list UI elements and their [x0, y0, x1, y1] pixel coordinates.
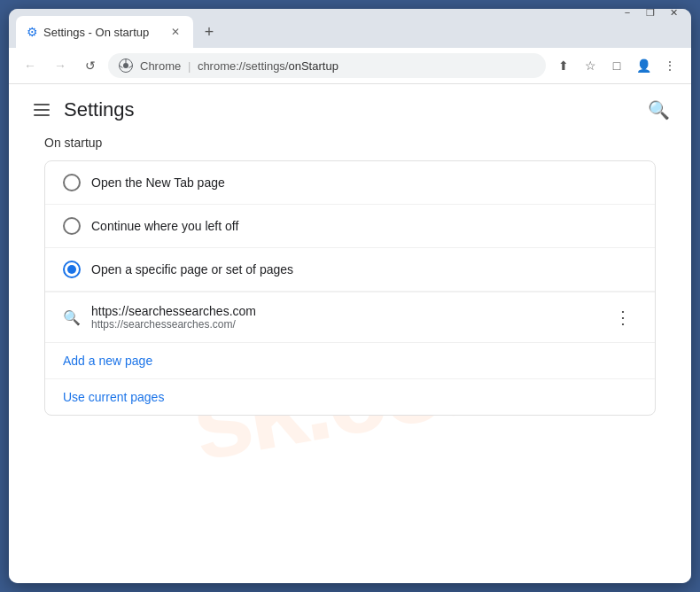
url-menu-button[interactable]: ⋮ — [609, 303, 637, 331]
use-current-pages-link[interactable]: Use current pages — [45, 378, 655, 415]
address-text: Chrome | chrome://settings/onStartup — [140, 59, 338, 73]
address-scheme: chrome://settings/ — [198, 59, 289, 73]
sidebar-menu-button[interactable] — [30, 100, 53, 120]
menu-button[interactable]: ⋮ — [657, 53, 682, 78]
radio-specific[interactable] — [63, 261, 81, 278]
window-controls: − ❐ ✕ — [617, 16, 684, 23]
tab-close-button[interactable]: ✕ — [168, 25, 183, 39]
tab-favicon: ⚙ — [27, 25, 38, 39]
settings-header-left: Settings — [30, 98, 135, 121]
radio-continue[interactable] — [63, 217, 81, 235]
radio-continue-label: Continue where you left off — [91, 219, 238, 233]
address-separator: | — [188, 59, 194, 73]
address-box[interactable]: Chrome | chrome://settings/onStartup — [108, 53, 546, 78]
title-bar: ⚙ Settings - On startup ✕ + − ❐ ✕ — [9, 9, 691, 48]
radio-option-new-tab[interactable]: Open the New Tab page — [45, 161, 655, 205]
bookmark-button[interactable]: ☆ — [578, 53, 603, 78]
back-button[interactable]: ← — [18, 53, 43, 78]
extensions-button[interactable]: □ — [604, 53, 629, 78]
settings-search-button[interactable]: 🔍 — [648, 99, 670, 121]
window-close-button[interactable]: ✕ — [663, 9, 684, 23]
share-button[interactable]: ⬆ — [551, 53, 576, 78]
radio-new-tab-label: Open the New Tab page — [91, 175, 225, 190]
active-tab[interactable]: ⚙ Settings - On startup ✕ — [16, 16, 193, 48]
add-new-page-link[interactable]: Add a new page — [45, 342, 655, 378]
url-name: https://searchessearches.com — [91, 304, 598, 318]
tab-bar: ⚙ Settings - On startup ✕ + — [16, 16, 613, 48]
radio-option-continue[interactable]: Continue where you left off — [45, 205, 655, 248]
tab-title: Settings - On startup — [43, 26, 149, 39]
address-brand: Chrome — [140, 59, 181, 73]
site-icon — [119, 58, 133, 73]
page-content: pcsk.com Settings 🔍 On startup Open — [9, 84, 691, 583]
window-minimize-button[interactable]: − — [617, 9, 638, 23]
radio-new-tab[interactable] — [63, 174, 81, 191]
forward-button[interactable]: → — [48, 53, 73, 78]
radio-option-specific[interactable]: Open a specific page or set of pages — [45, 248, 655, 292]
browser-window: ⚙ Settings - On startup ✕ + − ❐ ✕ ← → ↺ — [9, 9, 691, 583]
page-title: Settings — [64, 98, 135, 121]
address-path: onStartup — [288, 59, 338, 73]
settings-header: Settings 🔍 — [9, 84, 691, 136]
window-restore-button[interactable]: ❐ — [640, 9, 661, 23]
section-title: On startup — [44, 136, 656, 150]
url-entry: 🔍 https://searchessearches.com https://s… — [45, 292, 655, 342]
refresh-button[interactable]: ↺ — [78, 53, 103, 78]
svg-point-1 — [123, 63, 128, 68]
startup-section: On startup Open the New Tab page Continu… — [9, 136, 691, 437]
url-search-icon: 🔍 — [63, 309, 81, 326]
address-bar-row: ← → ↺ Chrome | chrome://settings/onStart… — [9, 48, 691, 84]
startup-card: Open the New Tab page Continue where you… — [44, 160, 656, 416]
toolbar-icons: ⬆ ☆ □ 👤 ⋮ — [551, 53, 682, 78]
url-address: https://searchessearches.com/ — [91, 318, 598, 331]
profile-button[interactable]: 👤 — [631, 53, 656, 78]
new-tab-button[interactable]: + — [197, 19, 222, 44]
url-info: https://searchessearches.com https://sea… — [91, 304, 598, 331]
radio-specific-label: Open a specific page or set of pages — [91, 262, 293, 277]
